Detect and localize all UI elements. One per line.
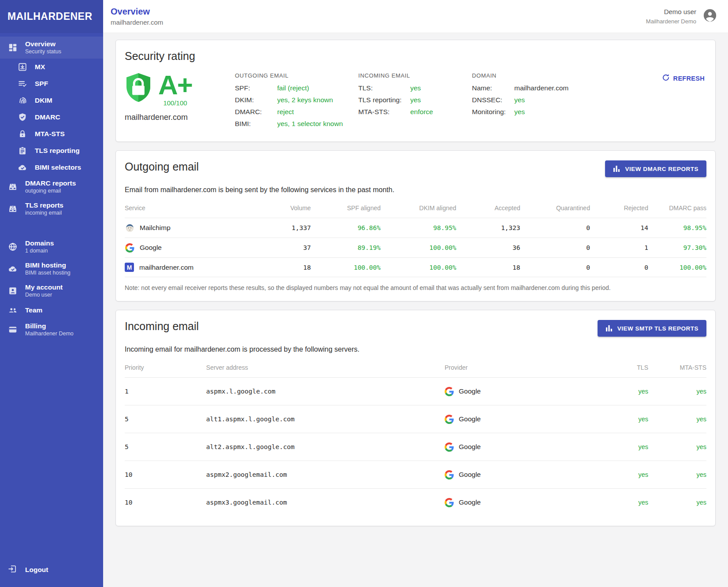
- col-header-priority: Priority: [125, 360, 206, 378]
- credit-card-icon: [7, 324, 18, 335]
- sidebar-nav: Overview Security status MX SPF: [0, 33, 103, 587]
- col-header-volume: Volume: [247, 200, 311, 218]
- cell-quarantined: 0: [520, 218, 590, 238]
- google-icon: [445, 498, 454, 507]
- sidebar-sublabel: outgoing email: [25, 188, 76, 195]
- sidebar-item-dmarc[interactable]: DMARC: [0, 109, 103, 126]
- cell-mta-sts: yes: [648, 378, 706, 405]
- google-icon: [445, 414, 454, 424]
- incoming-email-card: Incoming email VIEW SMTP TLS REPORTS Inc…: [115, 310, 716, 526]
- tray-up-icon: [7, 182, 18, 192]
- sidebar-label: MX: [35, 63, 45, 71]
- shield-check-icon: [17, 112, 28, 123]
- sidebar-label: BIMI hosting: [25, 261, 71, 269]
- view-smtp-tls-reports-button[interactable]: VIEW SMTP TLS REPORTS: [598, 320, 706, 337]
- sidebar-item-mx[interactable]: MX: [0, 59, 103, 75]
- sidebar-label: DMARC: [35, 113, 60, 121]
- brand-logo: MAILHARDENER: [0, 0, 103, 33]
- sidebar-item-spf[interactable]: SPF: [0, 75, 103, 92]
- sidebar-item-bimi-selectors[interactable]: BIMI selectors: [0, 159, 103, 176]
- cell-accepted: 18: [456, 258, 520, 277]
- cell-volume: 37: [247, 238, 311, 258]
- cell-rejected: 1: [590, 238, 648, 258]
- sidebar-item-domains[interactable]: Domains 1 domain: [0, 236, 103, 258]
- logout-icon: [7, 564, 17, 576]
- refresh-button[interactable]: REFRESH: [661, 73, 705, 83]
- provider-name: Google: [459, 498, 481, 506]
- status-label: DMARC:: [235, 108, 277, 116]
- provider-name: Google: [459, 443, 481, 451]
- cell-server-address: aspmx2.googlemail.com: [206, 461, 445, 489]
- status-label: Monitoring:: [472, 108, 514, 116]
- sidebar-label: BIMI selectors: [35, 163, 81, 171]
- button-label: VIEW SMTP TLS REPORTS: [617, 325, 698, 332]
- table-row: 1 aspmx.l.google.com Google yes yes: [125, 378, 706, 405]
- sidebar-item-overview[interactable]: Overview Security status: [0, 37, 103, 59]
- rated-domain: mailhardener.com: [125, 113, 235, 122]
- table-row: 10 aspmx3.googlemail.com Google yes yes: [125, 489, 706, 516]
- tray-down-icon: [7, 204, 18, 214]
- outgoing-email-description: Email from mailhardener.com is being sen…: [125, 186, 706, 194]
- table-row: Google 37 89.19% 100.00% 36 0 1 97.30%: [125, 238, 706, 258]
- google-icon: [445, 442, 454, 452]
- sidebar-item-mta-sts[interactable]: MTA-STS: [0, 126, 103, 142]
- cell-server-address: alt1.aspmx.l.google.com: [206, 405, 445, 433]
- sidebar-label: Billing: [25, 322, 74, 330]
- service-name: Google: [140, 244, 162, 252]
- security-grade: A+: [158, 72, 192, 98]
- outgoing-note: Note: not every email receiver reports t…: [125, 283, 706, 291]
- sidebar-item-dmarc-reports[interactable]: DMARC reports outgoing email: [0, 176, 103, 198]
- sidebar-item-tls-reporting[interactable]: TLS reporting: [0, 142, 103, 159]
- sidebar-label: DMARC reports: [25, 179, 76, 187]
- logout-label: Logout: [25, 566, 48, 574]
- col-header-dmarc-pass: DMARC pass: [648, 200, 706, 218]
- cell-mta-sts: yes: [648, 433, 706, 461]
- col-header-rejected: Rejected: [590, 200, 648, 218]
- sidebar-item-team[interactable]: Team: [0, 302, 103, 319]
- sidebar-item-my-account[interactable]: My account Demo user: [0, 280, 103, 302]
- account-avatar-icon[interactable]: [702, 8, 717, 25]
- sidebar-sublabel: Mailhardener Demo: [25, 331, 74, 338]
- status-label: BIMI:: [235, 120, 277, 128]
- logout-button[interactable]: Logout: [0, 556, 103, 587]
- sidebar-item-dkim[interactable]: DKIM: [0, 92, 103, 109]
- outgoing-email-table: Service Volume SPF aligned DKIM aligned …: [125, 200, 706, 277]
- security-incoming-column: INCOMING EMAIL TLS:yes TLS reporting:yes…: [358, 72, 472, 132]
- lock-icon: [17, 129, 28, 139]
- cell-server-address: aspmx.l.google.com: [206, 378, 445, 405]
- cell-dmarc: 100.00%: [648, 258, 706, 277]
- cell-spf: 89.19%: [311, 238, 380, 258]
- table-row: 10 aspmx2.googlemail.com Google yes yes: [125, 461, 706, 489]
- sidebar-item-billing[interactable]: Billing Mailhardener Demo: [0, 319, 103, 341]
- main-area: Overview mailhardener.com Demo user Mail…: [103, 0, 728, 587]
- sidebar-label: Domains: [25, 239, 54, 247]
- google-icon: [445, 470, 454, 479]
- security-score: 100/100: [163, 99, 187, 107]
- clipboard-icon: [17, 145, 28, 156]
- col-header-mta-sts: MTA-STS: [648, 360, 706, 378]
- cell-priority: 10: [125, 461, 206, 489]
- sidebar-label: TLS reporting: [35, 146, 80, 155]
- column-heading: DOMAIN: [472, 72, 595, 79]
- cell-spf: 100.00%: [311, 258, 380, 277]
- sidebar-label: Team: [25, 306, 42, 314]
- sidebar-label: DKIM: [35, 96, 52, 104]
- column-heading: INCOMING EMAIL: [358, 72, 472, 79]
- user-org: Mailhardener Demo: [646, 17, 696, 26]
- status-value: mailhardener.com: [514, 84, 568, 92]
- col-header-quarantined: Quarantined: [520, 200, 590, 218]
- cell-volume: 18: [247, 258, 311, 277]
- security-rating-title: Security rating: [125, 50, 706, 63]
- security-domain-column: DOMAIN Name:mailhardener.com DNSSEC:yes …: [472, 72, 595, 132]
- cell-volume: 1,337: [247, 218, 311, 238]
- person-badge-icon: [7, 286, 18, 296]
- incoming-email-description: Incoming email for mailhardener.com is p…: [125, 346, 706, 353]
- sidebar-label: My account: [25, 283, 63, 291]
- sidebar-item-tls-reports[interactable]: TLS reports incoming email: [0, 198, 103, 220]
- google-icon: [445, 386, 454, 396]
- view-dmarc-reports-button[interactable]: VIEW DMARC REPORTS: [605, 160, 706, 177]
- sidebar-item-bimi-hosting[interactable]: BIMI hosting BIMI asset hosting: [0, 258, 103, 280]
- outgoing-email-title: Outgoing email: [125, 160, 199, 173]
- cell-rejected: 0: [590, 258, 648, 277]
- refresh-label: REFRESH: [673, 75, 705, 82]
